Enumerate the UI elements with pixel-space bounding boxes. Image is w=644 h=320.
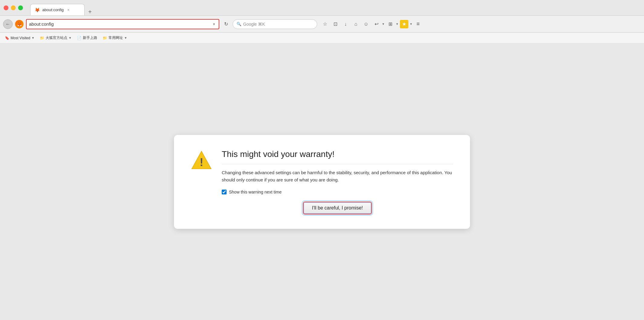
url-bar-container[interactable]: ▼ [26, 19, 219, 29]
bookmark-star-button[interactable]: ☆ [321, 20, 329, 28]
bookmarks-bar: 🔖 Most Visited ▼ 📁 火狐官方站点 ▼ 📄 新手上路 📁 常用网… [0, 33, 644, 43]
bookmark-firefox-official[interactable]: 📁 火狐官方站点 ▼ [38, 35, 73, 41]
bookmark-dropdown-common-sites[interactable]: ▼ [124, 36, 127, 40]
firefox-icon: 🦊 [15, 20, 24, 28]
bookmark-icon-common-sites: 📁 [103, 36, 107, 40]
zoom-button[interactable]: ⊞ [386, 20, 394, 28]
bookmark-label-most-visited: Most Visited [11, 36, 30, 40]
url-input[interactable] [29, 21, 212, 27]
emoji-button[interactable]: ☺ [362, 20, 370, 28]
back-button[interactable]: ← [3, 19, 13, 29]
reload-icon: ↻ [224, 21, 228, 27]
warning-body: This might void your warranty! Changing … [222, 149, 453, 214]
window-controls [4, 5, 23, 10]
svg-text:!: ! [200, 156, 203, 168]
warning-title: This might void your warranty! [222, 149, 453, 164]
back-icon: ← [5, 21, 10, 27]
screenshot-icon: ⊡ [333, 21, 337, 27]
bookmark-dropdown-firefox-official[interactable]: ▼ [69, 36, 72, 40]
close-button[interactable] [4, 5, 8, 10]
star-icon: ★ [402, 21, 406, 27]
warning-checkbox-label: Show this warning next time [229, 190, 282, 194]
careful-button[interactable]: I'll be careful, I promise! [303, 202, 372, 214]
download-icon: ↓ [344, 21, 347, 27]
search-icon: 🔍 [237, 22, 241, 26]
star-dropdown-icon[interactable]: ▾ [410, 22, 412, 26]
starred-button[interactable]: ★ [400, 20, 408, 28]
active-tab[interactable]: 🦊 about:config × [30, 4, 85, 15]
search-placeholder: Google ⌘K [243, 22, 265, 27]
url-dropdown-icon[interactable]: ▼ [212, 22, 216, 27]
new-tab-button[interactable]: + [86, 8, 94, 15]
bookmark-dropdown-most-visited[interactable]: ▼ [31, 36, 34, 40]
nav-icons: ☆ ⊡ ↓ ⌂ ☺ ↩ ▾ ⊞ ▾ ★ ▾ ≡ [321, 20, 422, 28]
title-bar: 🦊 about:config × + [0, 0, 644, 16]
home-icon: ⌂ [354, 21, 357, 27]
bookmark-star-icon: ☆ [323, 21, 327, 27]
bookmark-new-user[interactable]: 📄 新手上路 [75, 35, 99, 41]
bookmark-label-firefox-official: 火狐官方站点 [46, 35, 67, 40]
page-content: ! This might void your warranty! Changin… [0, 43, 644, 320]
warning-text: Changing these advanced settings can be … [222, 169, 453, 184]
bookmark-most-visited[interactable]: 🔖 Most Visited ▼ [3, 35, 36, 41]
tab-bar: 🦊 about:config × + [30, 0, 94, 15]
bookmark-icon-most-visited: 🔖 [5, 36, 9, 40]
bookmark-label-common-sites: 常用网址 [108, 35, 123, 40]
screenshot-button[interactable]: ⊡ [331, 20, 340, 28]
bookmark-icon-new-user: 📄 [77, 36, 82, 40]
tab-close-button[interactable]: × [67, 8, 69, 12]
zoom-icon: ⊞ [388, 21, 392, 27]
tab-favicon: 🦊 [35, 8, 40, 12]
history-icon: ↩ [375, 21, 378, 27]
home-button[interactable]: ⌂ [352, 20, 360, 28]
nav-bar: ← 🦊 ▼ ↻ 🔍 Google ⌘K ☆ ⊡ ↓ ⌂ ☺ ↩ ▾ [0, 16, 644, 33]
warning-content: ! This might void your warranty! Changin… [191, 149, 453, 214]
tab-label: about:config [42, 8, 64, 12]
reload-button[interactable]: ↻ [222, 20, 230, 28]
minimize-button[interactable] [11, 5, 16, 10]
history-button[interactable]: ↩ [372, 20, 381, 28]
maximize-button[interactable] [18, 5, 23, 10]
menu-button[interactable]: ≡ [414, 20, 422, 28]
bookmark-icon-firefox-official: 📁 [40, 36, 44, 40]
zoom-dropdown-icon[interactable]: ▾ [396, 22, 398, 26]
warning-checkbox[interactable] [222, 190, 227, 194]
bookmark-label-new-user: 新手上路 [83, 35, 97, 40]
menu-icon: ≡ [417, 21, 420, 27]
warning-button-row: I'll be careful, I promise! [222, 202, 453, 214]
search-bar[interactable]: 🔍 Google ⌘K [233, 19, 317, 29]
firefox-logo: 🦊 [17, 22, 22, 27]
download-button[interactable]: ↓ [341, 20, 350, 28]
emoji-icon: ☺ [364, 21, 369, 27]
warning-dialog: ! This might void your warranty! Changin… [174, 135, 470, 229]
bookmark-common-sites[interactable]: 📁 常用网址 ▼ [101, 35, 129, 41]
history-dropdown-icon[interactable]: ▾ [382, 22, 384, 26]
warning-icon: ! [191, 149, 212, 171]
warning-checkbox-row: Show this warning next time [222, 190, 453, 194]
